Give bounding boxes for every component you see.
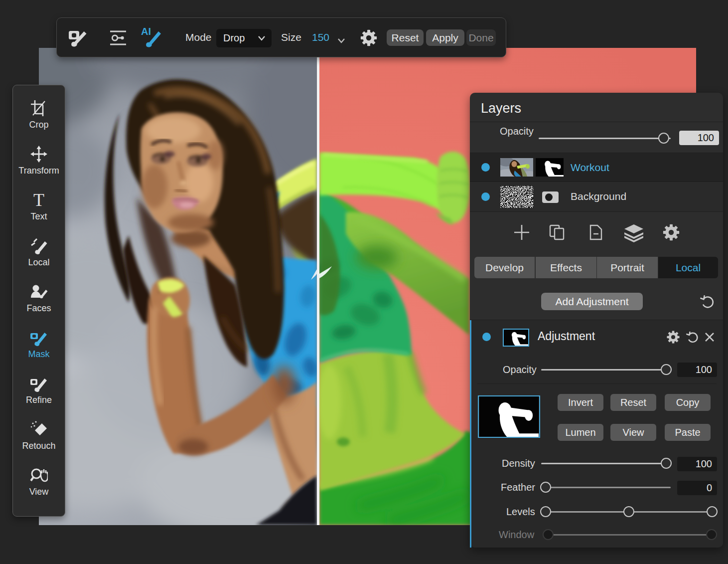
svg-text:T: T (33, 191, 44, 209)
svg-text:AI: AI (141, 26, 151, 37)
